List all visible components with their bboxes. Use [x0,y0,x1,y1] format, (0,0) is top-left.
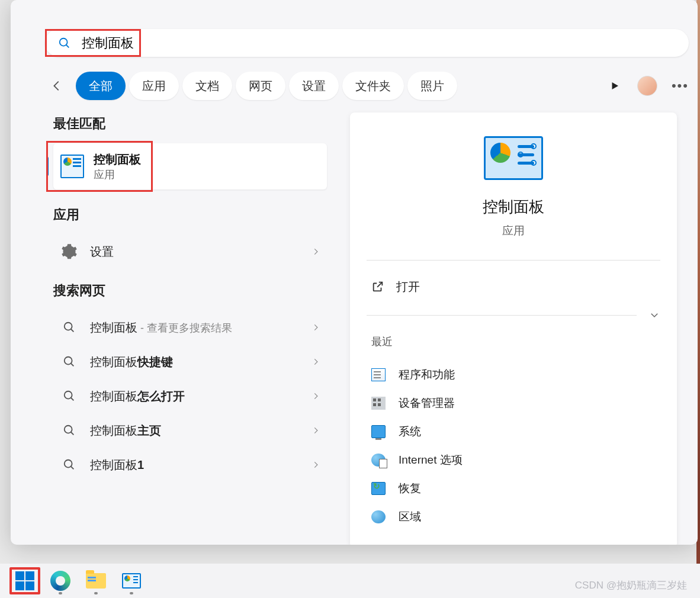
more-button[interactable]: ••• [672,78,689,94]
device-manager-icon [371,397,386,410]
tab-folders[interactable]: 文件夹 [342,72,404,100]
chevron-right-icon [312,426,320,435]
svg-point-9 [65,426,72,433]
result-label: 控制面板快捷键 [90,354,312,370]
web-result-0[interactable]: 控制面板 - 查看更多搜索结果 [53,310,327,345]
divider [367,260,660,261]
back-button[interactable] [45,74,69,98]
taskbar-control-panel[interactable] [116,567,147,594]
detail-title: 控制面板 [367,197,660,217]
detail-card: 控制面板 应用 打开 最近 程序和功能 设备管理器 系统 Internet 选项… [350,112,677,545]
recent-programs[interactable]: 程序和功能 [367,361,660,389]
search-tabs: 全部 应用 文档 网页 设置 文件夹 照片 [76,72,461,100]
tab-settings[interactable]: 设置 [289,72,339,100]
web-header: 搜索网页 [53,282,327,300]
tab-all[interactable]: 全部 [76,72,126,100]
tab-apps[interactable]: 应用 [129,72,179,100]
detail-subtitle: 应用 [367,223,660,239]
svg-point-7 [65,391,72,399]
folder-icon [86,573,106,589]
user-avatar[interactable] [637,76,657,96]
svg-point-0 [60,38,68,46]
chevron-right-icon [312,358,320,366]
recovery-icon [371,482,386,495]
best-match-header: 最佳匹配 [53,115,327,133]
gear-icon [61,243,78,260]
windows-logo-icon [15,571,34,590]
chevron-down-icon [648,310,660,320]
play-icon [609,81,620,91]
search-icon [63,321,76,334]
app-item-settings[interactable]: 设置 [53,234,327,269]
control-panel-icon [60,155,84,178]
edge-icon [50,571,70,591]
recent-region[interactable]: 区域 [367,503,660,531]
search-bar[interactable] [45,29,689,57]
tab-documents[interactable]: 文档 [182,72,232,100]
recent-internet-options[interactable]: Internet 选项 [367,446,660,474]
results-column: 最佳匹配 控制面板 应用 应用 设置 搜索网页 控制面板 - [11,112,335,542]
play-button[interactable] [606,78,623,94]
region-icon [371,510,386,523]
best-match-subtitle: 应用 [94,168,141,182]
taskbar-edge[interactable] [45,567,76,594]
svg-line-4 [71,329,74,332]
search-icon [58,37,71,50]
expand-divider[interactable] [367,310,660,320]
open-label: 打开 [396,279,420,295]
web-result-4[interactable]: 控制面板1 [53,448,327,482]
svg-line-6 [71,364,74,366]
svg-point-3 [65,323,72,330]
result-label: 控制面板1 [90,457,312,473]
windows-search-panel: 全部 应用 文档 网页 设置 文件夹 照片 ••• 最佳匹配 控制面板 应用 [11,0,698,545]
svg-line-12 [71,467,74,470]
control-panel-large-icon [484,136,543,180]
chevron-right-icon [312,392,320,400]
arrow-left-icon [50,79,63,92]
taskbar-file-explorer[interactable] [81,567,111,594]
result-label: 设置 [90,244,312,260]
svg-point-5 [65,357,72,365]
detail-column: 控制面板 应用 打开 最近 程序和功能 设备管理器 系统 Internet 选项… [335,112,698,542]
recent-system[interactable]: 系统 [367,417,660,446]
search-icon [63,355,76,368]
system-icon [371,425,386,438]
apps-header: 应用 [53,206,327,224]
chevron-right-icon [312,247,320,256]
svg-line-10 [71,432,74,435]
start-button[interactable] [9,567,40,594]
search-icon [63,424,76,437]
recent-header: 最近 [371,335,660,349]
svg-line-8 [71,398,74,401]
best-match-item[interactable]: 控制面板 应用 [53,143,327,189]
svg-point-11 [65,460,72,468]
result-label: 控制面板 - 查看更多搜索结果 [90,320,312,336]
web-result-3[interactable]: 控制面板主页 [53,413,327,448]
tab-photos[interactable]: 照片 [407,72,457,100]
control-panel-icon [122,573,141,589]
chevron-right-icon [312,461,320,469]
programs-icon [371,368,386,381]
web-result-1[interactable]: 控制面板快捷键 [53,345,327,379]
best-match-title: 控制面板 [94,152,141,168]
open-icon [371,280,384,293]
result-label: 控制面板怎么打开 [90,388,312,404]
svg-line-1 [66,44,69,47]
web-result-2[interactable]: 控制面板怎么打开 [53,379,327,413]
watermark: CSDN @抱奶瓶滴三岁娃 [575,578,687,592]
result-label: 控制面板主页 [90,423,312,439]
recent-recovery[interactable]: 恢复 [367,474,660,503]
search-icon [63,390,76,403]
search-icon [63,458,76,471]
filter-row: 全部 应用 文档 网页 设置 文件夹 照片 ••• [45,68,689,104]
internet-options-icon [371,454,386,467]
search-input[interactable] [82,36,689,51]
open-action[interactable]: 打开 [367,272,660,301]
tab-web[interactable]: 网页 [236,72,285,100]
recent-device-manager[interactable]: 设备管理器 [367,389,660,417]
chevron-right-icon [312,323,320,332]
svg-marker-2 [612,82,618,89]
